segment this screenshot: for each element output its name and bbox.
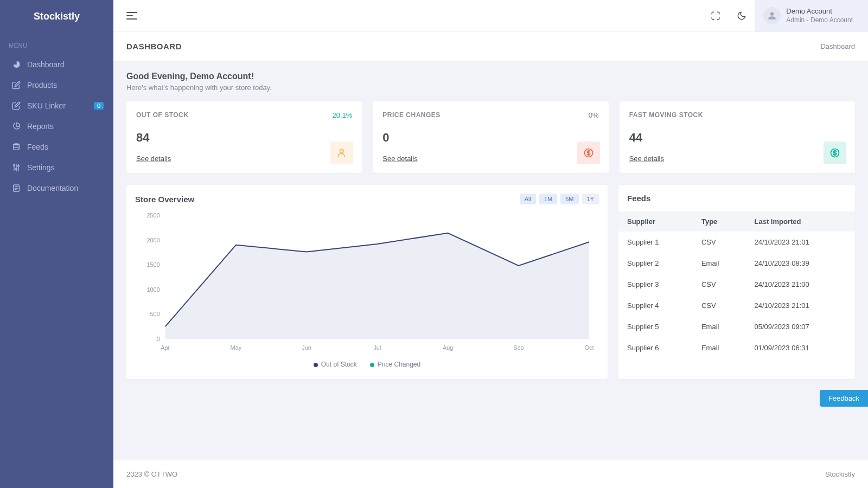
chart-title: Store Overview [135,195,194,204]
chart-range-6m[interactable]: 6M [560,194,578,204]
stat-value: 0 [382,131,598,145]
store-overview-chart[interactable]: 05001000150020002500AprMayJunJulAugSepOc… [135,210,599,357]
greeting-subtitle: Here's what's happening with your store … [126,84,855,92]
fullscreen-button[interactable] [705,5,726,27]
chart-range-1y[interactable]: 1Y [582,194,599,204]
feeds-col-type: Type [693,211,746,232]
feeds-supplier: Supplier 6 [618,337,693,358]
sidebar-item-reports[interactable]: Reports [0,116,113,137]
dark-mode-button[interactable] [731,5,752,27]
svg-text:Apr: Apr [161,344,170,351]
greeting-title: Good Evening, Demo Account! [126,72,855,81]
sidebar-item-feeds[interactable]: Feeds [0,137,113,157]
feeds-supplier: Supplier 4 [618,295,693,316]
footer: 2023 © OTTWO Stockistly [113,460,868,488]
chart-range-all[interactable]: All [520,194,536,204]
stat-percentage: 20.1% [332,111,352,119]
sidebar-item-documentation[interactable]: Documentation [0,178,113,198]
svg-text:May: May [231,344,242,351]
footer-right: Stockistly [825,470,855,478]
svg-text:1500: 1500 [146,261,159,268]
documentation-icon [12,184,21,192]
feeds-type: CSV [693,274,746,295]
sidebar-item-label: Products [27,81,57,89]
feeds-table: SupplierTypeLast Imported Supplier 1CSV2… [618,211,855,358]
sidebar-item-label: Settings [27,163,55,172]
sidebar-item-label: Reports [27,122,54,131]
see-details-link[interactable]: See details [382,155,417,163]
sidebar-item-label: Dashboard [27,60,65,69]
svg-point-8 [340,149,344,153]
svg-text:2500: 2500 [146,212,159,219]
svg-text:2000: 2000 [146,237,159,243]
sidebar-item-settings[interactable]: Settings [0,157,113,178]
feeds-supplier: Supplier 2 [618,253,693,274]
feeds-timestamp: 24/10/2023 08:39 [746,253,856,274]
feeds-timestamp: 01/09/2023 06:31 [746,337,856,358]
dollar-circle-icon [577,142,600,164]
feeds-type: Email [693,337,746,358]
feeds-supplier: Supplier 3 [618,274,693,295]
feeds-row[interactable]: Supplier 1CSV24/10/2023 21:01 [618,232,855,253]
feeds-row[interactable]: Supplier 4CSV24/10/2023 21:01 [618,295,855,316]
user-icon [768,11,776,20]
page-heading: DASHBOARD Dashboard [113,31,868,61]
stat-card-price-changes: PRICE CHANGES 0% 0 See details [373,101,608,173]
sku-linker-icon [12,101,21,110]
breadcrumb[interactable]: Dashboard [820,42,855,50]
products-icon [12,81,21,89]
sidebar-item-label: SKU Linker [27,101,66,110]
feeds-title: Feeds [618,185,855,211]
fullscreen-icon [711,11,720,21]
moon-icon [737,11,746,21]
feeds-supplier: Supplier 5 [618,316,693,337]
chart-range-1m[interactable]: 1M [539,194,557,204]
menu-section-label: MENU [0,34,113,54]
avatar [763,7,781,24]
svg-text:0: 0 [157,336,160,342]
sidebar-item-products[interactable]: Products [0,75,113,95]
account-menu[interactable]: Demo Account Admin - Demo Account [755,0,868,31]
see-details-link[interactable]: See details [136,155,171,163]
stat-value: 44 [629,131,845,145]
feeds-type: Email [693,316,746,337]
feeds-timestamp: 05/09/2023 09:07 [746,316,856,337]
feeds-timestamp: 24/10/2023 21:00 [746,274,856,295]
svg-text:Oct: Oct [585,344,594,351]
reports-icon [12,122,21,131]
svg-text:500: 500 [150,311,160,317]
account-name: Demo Account [786,7,853,16]
feeds-row[interactable]: Supplier 6Email01/09/2023 06:31 [618,337,855,358]
sidebar-item-sku-linker[interactable]: SKU Linker0 [0,95,113,116]
legend-item[interactable]: Out of Stock [314,361,357,368]
feeds-col-supplier: Supplier [618,211,693,232]
top-header: Demo Account Admin - Demo Account [113,0,868,31]
see-details-link[interactable]: See details [629,155,664,163]
footer-left: 2023 © OTTWO [126,470,177,478]
svg-text:Sep: Sep [513,344,524,351]
sidebar-badge: 0 [94,102,104,110]
stat-card-fast-moving-stock: FAST MOVING STOCK 44 See details [620,101,855,173]
feeds-row[interactable]: Supplier 5Email05/09/2023 09:07 [618,316,855,337]
sidebar: Stockistly MENU DashboardProductsSKU Lin… [0,0,113,488]
stat-label: OUT OF STOCK [136,111,352,119]
feeds-row[interactable]: Supplier 2Email24/10/2023 08:39 [618,253,855,274]
sidebar-toggle-button[interactable] [126,12,137,20]
feeds-card: Feeds SupplierTypeLast Imported Supplier… [618,185,855,379]
feeds-type: CSV [693,295,746,316]
sidebar-item-dashboard[interactable]: Dashboard [0,54,113,75]
stat-card-out-of-stock: OUT OF STOCK 20.1% 84 See details [126,101,362,173]
feeds-row[interactable]: Supplier 3CSV24/10/2023 21:00 [618,274,855,295]
logo[interactable]: Stockistly [0,0,113,34]
account-role: Admin - Demo Account [786,16,853,25]
feeds-supplier: Supplier 1 [618,232,693,253]
stat-value: 84 [136,131,352,145]
store-overview-card: Store Overview All1M6M1Y 050010001500200… [126,185,608,379]
svg-text:Aug: Aug [443,344,453,351]
account-text: Demo Account Admin - Demo Account [786,7,853,24]
feeds-timestamp: 24/10/2023 21:01 [746,295,856,316]
stat-label: FAST MOVING STOCK [629,111,845,119]
feedback-button[interactable]: Feedback [820,390,868,407]
feeds-type: CSV [693,232,746,253]
legend-item[interactable]: Price Changed [370,361,420,368]
